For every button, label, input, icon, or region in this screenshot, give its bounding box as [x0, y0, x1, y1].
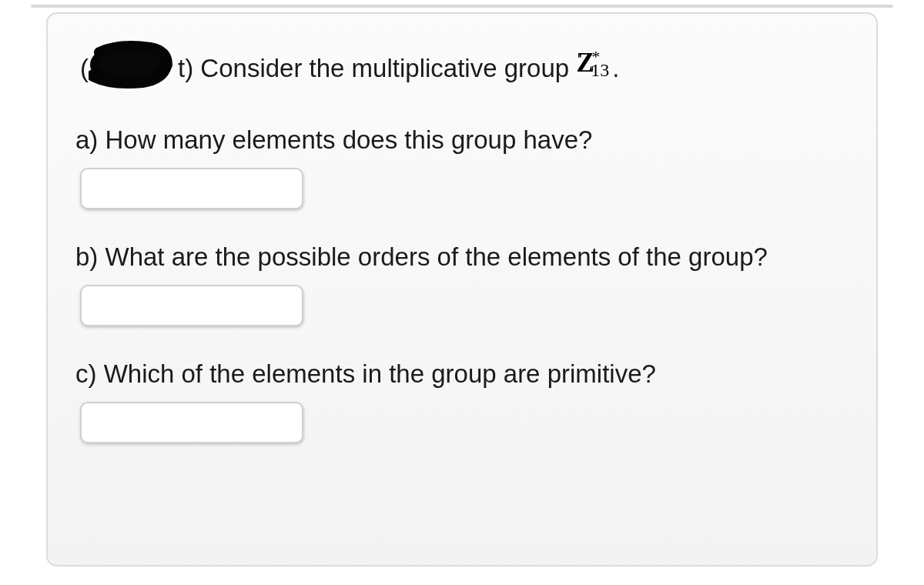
intro-period: .	[612, 54, 619, 82]
part-c: c) Which of the elements in the group ar…	[66, 356, 858, 443]
part-b-label: b) What are the possible orders of the e…	[75, 239, 858, 276]
question-intro: ( t) Consider the multiplicative group Z…	[66, 42, 858, 95]
part-c-input[interactable]	[80, 402, 303, 443]
redacted-tail: t)	[178, 54, 193, 82]
paren-left: (	[80, 54, 89, 82]
part-a-input[interactable]	[80, 168, 303, 209]
math-subscript-13: 13	[591, 60, 609, 80]
page-root: ( t) Consider the multiplicative group Z…	[0, 0, 924, 585]
question-panel: ( t) Consider the multiplicative group Z…	[46, 12, 878, 567]
intro-lead-text: Consider the multiplicative group	[193, 54, 576, 82]
part-a-label: a) How many elements does this group hav…	[75, 122, 858, 159]
part-a: a) How many elements does this group hav…	[66, 122, 858, 209]
redaction-mark	[89, 38, 173, 92]
part-b-input[interactable]	[80, 285, 303, 326]
part-b: b) What are the possible orders of the e…	[66, 239, 858, 326]
part-c-label: c) Which of the elements in the group ar…	[75, 356, 858, 393]
top-divider	[31, 5, 893, 8]
